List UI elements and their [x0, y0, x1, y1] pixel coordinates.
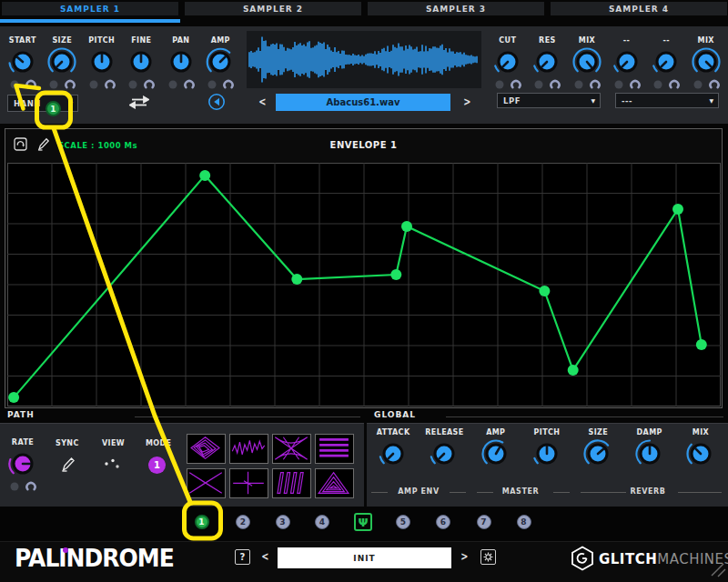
knob-mix[interactable]: MIX: [567, 36, 607, 91]
help-button[interactable]: ?: [235, 549, 250, 565]
knob-dial[interactable]: [611, 45, 643, 78]
knob-mix[interactable]: MIX: [675, 428, 726, 470]
knob-amp[interactable]: AMP: [470, 428, 521, 470]
path-pattern-diagonal-bars[interactable]: [272, 468, 311, 498]
preset-display[interactable]: INIT: [278, 547, 451, 568]
file-name-display[interactable]: Abacus61.wav: [276, 94, 450, 111]
mod-depth-indicators[interactable]: [126, 78, 157, 91]
fx-type-select[interactable]: --- ▼: [615, 93, 719, 108]
path-pattern-triangle-spiral[interactable]: [315, 468, 354, 498]
reverse-play-icon[interactable]: [207, 93, 226, 111]
mod-depth-indicators[interactable]: [571, 78, 602, 91]
knob-dial[interactable]: [480, 437, 512, 470]
window-mode-select[interactable]: HANN ▼: [7, 95, 78, 112]
knob-dial[interactable]: [165, 45, 197, 78]
mod-depth-indicators[interactable]: [531, 78, 562, 91]
knob-[interactable]: --: [607, 36, 647, 91]
envelope-button-4[interactable]: 4: [315, 515, 329, 529]
knob-dial[interactable]: [6, 447, 39, 480]
knob-dial[interactable]: [377, 437, 410, 470]
path-pattern-horizontal-bars[interactable]: [315, 434, 354, 464]
knob-release[interactable]: RELEASE: [419, 428, 470, 470]
knob-dial[interactable]: [491, 45, 524, 78]
envelope-button-7[interactable]: 7: [477, 515, 491, 529]
mod-depth-indicators[interactable]: [7, 480, 38, 493]
knob-dial[interactable]: [684, 437, 717, 470]
knob-start[interactable]: START: [3, 36, 43, 91]
envelope-point[interactable]: [401, 221, 412, 232]
mod-depth-indicators[interactable]: [46, 78, 77, 91]
mode-value-button[interactable]: 1: [148, 457, 166, 474]
knob-pitch[interactable]: PITCH: [521, 428, 572, 470]
path-pattern-curved-cross[interactable]: [272, 434, 311, 464]
filter-type-select[interactable]: LPF ▼: [497, 93, 601, 108]
path-pattern-bowtie-cross[interactable]: [187, 468, 226, 498]
resize-handle[interactable]: [710, 562, 728, 580]
file-next-button[interactable]: >: [463, 95, 470, 108]
knob-dial[interactable]: [86, 45, 118, 78]
mod-depth-indicators[interactable]: [612, 78, 642, 91]
mod-depth-indicators[interactable]: [7, 78, 38, 91]
tab-sampler-1[interactable]: SAMPLER 1: [2, 2, 178, 15]
envelope-button-3[interactable]: 3: [276, 515, 290, 529]
knob-dial[interactable]: [204, 45, 237, 78]
knob-damp[interactable]: DAMP: [623, 428, 674, 470]
view-dots-icon[interactable]: [102, 457, 124, 472]
knob-dial[interactable]: [531, 437, 563, 470]
envelope-button-6[interactable]: 6: [436, 515, 450, 529]
file-prev-button[interactable]: <: [258, 95, 266, 108]
knob-dial[interactable]: [6, 45, 39, 78]
envelope-point[interactable]: [8, 392, 19, 403]
knob-rate[interactable]: RATE: [2, 438, 44, 493]
waveform-display[interactable]: [247, 31, 481, 88]
envelope-button-2[interactable]: 2: [236, 515, 250, 529]
tab-sampler-4[interactable]: SAMPLER 4: [551, 2, 727, 15]
knob-dial[interactable]: [125, 45, 157, 78]
knob-size[interactable]: SIZE: [572, 428, 623, 470]
knob-dial[interactable]: [690, 45, 723, 78]
knob-dial[interactable]: [428, 437, 460, 470]
envelope-point[interactable]: [539, 286, 550, 296]
envelope-point[interactable]: [568, 365, 579, 376]
envelope-point[interactable]: [672, 204, 683, 215]
knob-amp[interactable]: AMP: [201, 36, 241, 91]
mod-depth-indicators[interactable]: [691, 78, 722, 91]
mod-depth-indicators[interactable]: [492, 78, 523, 91]
knob-pitch[interactable]: PITCH: [82, 36, 122, 91]
knob-dial[interactable]: [581, 437, 614, 470]
knob-[interactable]: --: [646, 36, 686, 91]
knob-dial[interactable]: [633, 437, 666, 470]
mod-depth-indicators[interactable]: [86, 78, 117, 91]
swap-icon[interactable]: [129, 95, 149, 109]
path-psi-button[interactable]: Ψ: [354, 513, 372, 531]
knob-res[interactable]: RES: [528, 36, 568, 91]
envelope-button-5[interactable]: 5: [396, 515, 410, 529]
envelope-button-8[interactable]: 8: [517, 515, 531, 529]
preset-prev-button[interactable]: <: [261, 549, 268, 563]
knob-cut[interactable]: CUT: [488, 36, 528, 91]
mod-depth-indicators[interactable]: [651, 78, 682, 91]
path-pattern-plus-cross[interactable]: [229, 468, 268, 498]
envelope-point[interactable]: [390, 269, 401, 280]
knob-dial[interactable]: [531, 45, 563, 78]
knob-dial[interactable]: [571, 45, 603, 78]
envelope-point[interactable]: [199, 170, 210, 181]
knob-dial[interactable]: [46, 45, 78, 78]
settings-button[interactable]: [480, 549, 496, 565]
knob-attack[interactable]: ATTACK: [368, 428, 419, 470]
knob-pan[interactable]: PAN: [161, 36, 201, 91]
envelope-graph[interactable]: [7, 163, 721, 406]
knob-mix[interactable]: MIX: [686, 36, 726, 91]
envelope-button-1[interactable]: 1: [195, 515, 209, 529]
tab-sampler-2[interactable]: SAMPLER 2: [185, 2, 361, 15]
preset-next-button[interactable]: >: [460, 549, 468, 563]
knob-dial[interactable]: [650, 45, 682, 78]
path-pattern-spiral-squares[interactable]: [187, 434, 226, 464]
mod-depth-indicators[interactable]: [205, 78, 236, 91]
envelope-point[interactable]: [291, 274, 302, 285]
path-pattern-noise-line[interactable]: [229, 434, 268, 464]
knob-fine[interactable]: FINE: [122, 36, 162, 91]
mod-depth-indicators[interactable]: [166, 78, 197, 91]
knob-size[interactable]: SIZE: [43, 36, 83, 91]
envelope-point[interactable]: [696, 339, 707, 350]
